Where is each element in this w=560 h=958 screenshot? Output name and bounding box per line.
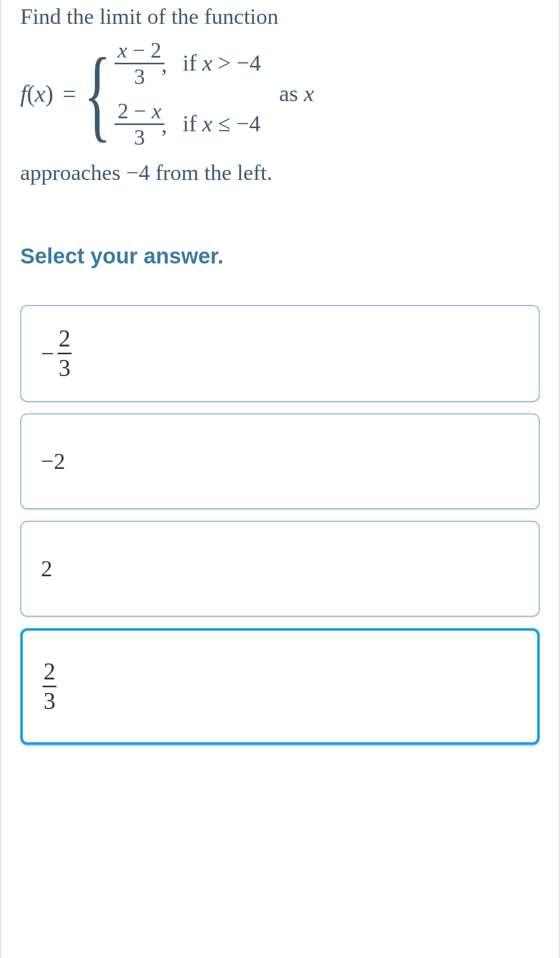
option-1-content: − 2 3 [41, 325, 72, 382]
cases: x − 2 3 , if x > −4 2 − x 3 [115, 38, 261, 150]
option-1-fraction: 2 3 [58, 325, 72, 382]
equals-sign: = [63, 76, 76, 112]
case1-fraction: x − 2 3 [115, 38, 164, 89]
option-3-content: 2 [41, 556, 52, 582]
option-3[interactable]: 2 [20, 521, 540, 617]
option-2[interactable]: −2 [20, 413, 540, 509]
case2-fraction: 2 − x 3 [115, 99, 164, 150]
option-2-content: −2 [41, 448, 65, 475]
function-definition: f(x) = { x − 2 3 , if x > −4 [20, 38, 540, 150]
question-block: Find the limit of the function f(x) = { … [20, 0, 540, 189]
question-line-1: Find the limit of the function [20, 0, 540, 34]
option-4[interactable]: 2 3 [20, 628, 540, 745]
as-x-text: as x [279, 77, 314, 111]
page: Find the limit of the function f(x) = { … [0, 0, 560, 958]
left-brace-icon: { [83, 47, 111, 141]
case2-condition: if x ≤ −4 [183, 107, 260, 141]
options-list: − 2 3 −2 2 2 3 [20, 305, 540, 745]
select-prompt: Select your answer. [20, 244, 540, 269]
comma-2: , [161, 108, 167, 143]
minus-icon: − [41, 340, 54, 367]
option-1[interactable]: − 2 3 [20, 305, 540, 402]
fx-label: f(x) [20, 76, 53, 112]
case1-condition: if x > −4 [183, 46, 261, 80]
comma-1: , [161, 48, 167, 82]
case-row-1: x − 2 3 , if x > −4 [115, 38, 261, 89]
option-4-fraction: 2 3 [43, 658, 57, 715]
question-line-3: approaches −4 from the left. [20, 156, 540, 190]
case-row-2: 2 − x 3 , if x ≤ −4 [115, 99, 261, 150]
